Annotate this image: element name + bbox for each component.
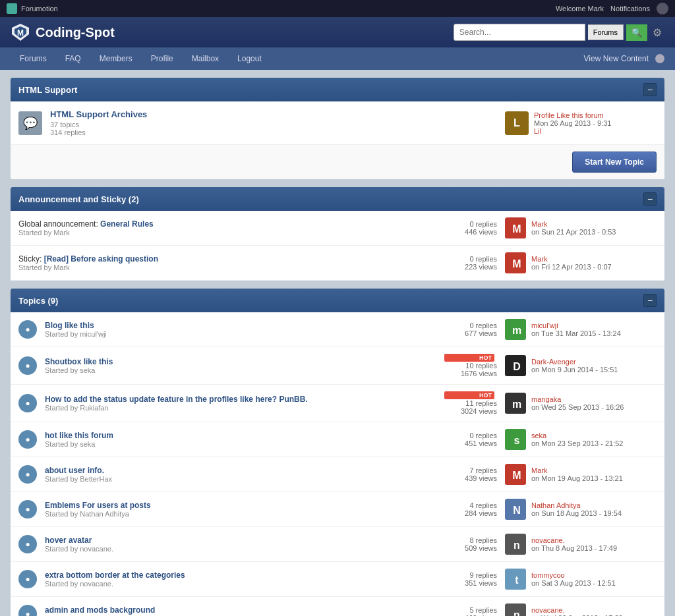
- topic-title-link-1[interactable]: Shoutbox like this: [45, 357, 113, 366]
- topic-row-8: ● admin and mods background Started by B…: [11, 597, 664, 616]
- logo-link[interactable]: M Coding-Spot: [11, 22, 115, 42]
- start-new-topic-button-top[interactable]: Start New Topic: [572, 152, 657, 173]
- forum-last: L Profile Like this forum Mon 26 Aug 201…: [505, 111, 657, 135]
- anc-avatar-placeholder-1: M: [505, 252, 526, 273]
- nav-item-mailbox[interactable]: Mailbox: [183, 47, 228, 70]
- topic-views-7: 351 views: [444, 579, 497, 587]
- topics-header: Topics (9) −: [11, 289, 664, 312]
- main-content: HTML Support − 💬 HTML Support Archives 3…: [0, 70, 675, 616]
- topic-title-link-7[interactable]: extra bottom border at the categories: [45, 571, 185, 580]
- forum-last-avatar: L: [505, 111, 529, 135]
- topic-last-date-1: on Mon 9 Jun 2014 - 15:51: [531, 366, 618, 374]
- topic-last-poster-link-0[interactable]: micul'wji: [531, 322, 558, 329]
- top-bar-right: Welcome Mark Notifications: [556, 3, 668, 14]
- forum-bubble-icon: 💬: [18, 111, 42, 135]
- nav-item-profile[interactable]: Profile: [142, 47, 183, 70]
- topic-last-date-6: on Thu 8 Aug 2013 - 17:49: [531, 544, 617, 552]
- topic-title-link-3[interactable]: hot like this forum: [45, 431, 113, 440]
- search-bar: Forums 🔍 ⚙: [454, 24, 664, 41]
- topic-last-avatar-6: n: [505, 534, 526, 555]
- forumotion-icon: [7, 3, 17, 14]
- view-new-content-link[interactable]: View New Content: [584, 54, 649, 63]
- topic-stats-3: 0 replies 451 views: [444, 432, 497, 447]
- topic-last-poster-link-1[interactable]: Dark-Avenger: [531, 358, 576, 366]
- forum-replies: 314 replies: [50, 128, 505, 136]
- topics-collapse-button[interactable]: −: [643, 294, 657, 307]
- topic-icon-3: ●: [18, 430, 37, 449]
- last-post-label-link[interactable]: Profile Like this forum: [534, 111, 604, 119]
- topic-last-poster-link-8[interactable]: novacane.: [531, 606, 565, 614]
- topic-icon-5: ●: [18, 500, 37, 518]
- topic-title-link-5[interactable]: Emblems For users at posts: [45, 501, 151, 510]
- search-settings-button[interactable]: ⚙: [650, 26, 664, 39]
- topic-last-date-7: on Sat 3 Aug 2013 - 12:51: [531, 579, 616, 587]
- notifications-link[interactable]: Notifications: [610, 5, 650, 13]
- topic-last-poster-link-2[interactable]: mangaka: [531, 395, 561, 403]
- topic-last-poster-link-3[interactable]: seka: [531, 432, 546, 439]
- topic-info-5: Emblems For users at posts Started by Na…: [45, 501, 444, 518]
- nav-item-faq[interactable]: FAQ: [56, 47, 90, 70]
- topic-icon-7: ●: [18, 570, 37, 588]
- welcome-link[interactable]: Welcome Mark: [556, 5, 604, 13]
- anc-starter-1: Started by Mark: [18, 264, 444, 271]
- topic-title-link-8[interactable]: admin and mods background: [45, 605, 155, 615]
- topic-last-poster-link-6[interactable]: novacane.: [531, 536, 565, 544]
- topic-replies-5: 4 replies: [444, 501, 497, 509]
- topic-title-link-6[interactable]: hover avatar: [45, 536, 92, 545]
- topic-last-info-5: Nathan Adhitya on Sun 18 Aug 2013 - 19:5…: [531, 501, 622, 517]
- site-name: Forumotion: [21, 5, 58, 13]
- html-support-collapse-button[interactable]: −: [643, 83, 657, 96]
- forum-title-link[interactable]: HTML Support Archives: [50, 109, 147, 119]
- nav-item-forums[interactable]: Forums: [11, 47, 56, 70]
- topic-last-avatar-8: n: [505, 603, 526, 616]
- topic-bubble-icon-2: ●: [18, 394, 37, 412]
- announcements-title: Announcement and Sticky (2): [18, 194, 139, 204]
- topic-views-2: 3024 views: [444, 407, 497, 415]
- topic-row-0: ● Blog like this Started by micul'wji 0 …: [11, 312, 664, 347]
- hot-badge-2: HOT: [444, 391, 494, 399]
- topic-last-poster-link-7[interactable]: tommycoo: [531, 571, 565, 579]
- topic-last-poster-link-4[interactable]: Mark: [531, 466, 547, 474]
- topic-icon-1: ●: [18, 356, 37, 375]
- nav-item-logout[interactable]: Logout: [228, 47, 271, 70]
- topics-body: ● Blog like this Started by micul'wji 0 …: [11, 312, 664, 616]
- html-support-body: 💬 HTML Support Archives 37 topics 314 re…: [11, 101, 664, 145]
- anc-last-info-1: Mark on Fri 12 Apr 2013 - 0:07: [531, 255, 612, 271]
- anc-last-poster-link-0[interactable]: Mark: [531, 220, 547, 228]
- forum-last-info: Profile Like this forum Mon 26 Aug 2013 …: [534, 111, 611, 135]
- nav-item-members[interactable]: Members: [90, 47, 142, 70]
- topic-title-link-4[interactable]: about user info.: [45, 466, 104, 475]
- topic-row-6: ● hover avatar Started by novacane. 8 re…: [11, 527, 664, 562]
- search-scope-button[interactable]: Forums: [588, 24, 624, 40]
- announcements-header: Announcement and Sticky (2) −: [11, 187, 664, 211]
- anc-stats-1: 0 replies 223 views: [444, 255, 497, 271]
- topic-starter-0: Started by micul'wji: [45, 330, 444, 338]
- last-post-date: Mon 26 Aug 2013 - 9:31: [534, 119, 611, 127]
- topic-row-4: ● about user info. Started by BetterHax …: [11, 457, 664, 492]
- topic-starter-7: Started by novacane.: [45, 580, 444, 588]
- search-input[interactable]: [454, 24, 585, 41]
- topic-bubble-icon-7: ●: [18, 570, 37, 588]
- topic-last-avatar-3: s: [505, 429, 526, 450]
- topic-last-info-6: novacane. on Thu 8 Aug 2013 - 17:49: [531, 536, 617, 552]
- announcements-collapse-button[interactable]: −: [643, 192, 657, 206]
- search-go-button[interactable]: 🔍: [626, 24, 647, 41]
- anc-link-0[interactable]: General Rules: [100, 219, 154, 229]
- topic-last-1: D Dark-Avenger on Mon 9 Jun 2014 - 15:51: [505, 355, 657, 376]
- anc-replies-1: 0 replies: [444, 255, 497, 263]
- topic-bubble-icon-6: ●: [18, 535, 37, 553]
- last-poster-link[interactable]: Lil: [534, 127, 541, 135]
- logo-text: Coding-Spot: [36, 25, 115, 40]
- topic-title-link-2[interactable]: How to add the status update feature in …: [45, 395, 308, 404]
- forum-topics: 37 topics: [50, 121, 505, 128]
- topic-avatar-placeholder-1: D: [505, 355, 526, 376]
- anc-views-1: 223 views: [444, 263, 497, 271]
- topic-last-info-2: mangaka on Wed 25 Sep 2013 - 16:26: [531, 395, 624, 411]
- topic-last-poster-link-5[interactable]: Nathan Adhitya: [531, 501, 581, 509]
- topic-title-link-0[interactable]: Blog like this: [45, 321, 94, 330]
- anc-link-1[interactable]: [Read] Before asking question: [44, 254, 158, 264]
- topic-replies-7: 9 replies: [444, 571, 497, 579]
- anc-last-poster-link-1[interactable]: Mark: [531, 255, 547, 263]
- topic-icon-0: ●: [18, 320, 37, 339]
- topic-bubble-icon-3: ●: [18, 430, 37, 449]
